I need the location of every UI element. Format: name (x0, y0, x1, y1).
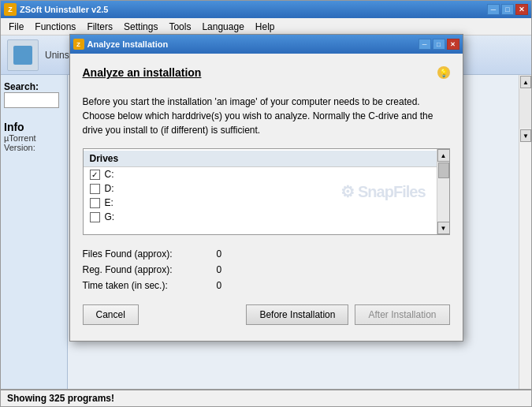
drives-scroll-thumb[interactable] (438, 162, 449, 178)
menu-bar: File Functions Filters Settings Tools La… (1, 18, 531, 35)
stat-reg: Reg. Found (approx): 0 (83, 262, 450, 278)
dialog-main-title: Analyze an installation (83, 66, 202, 79)
after-installation-button[interactable]: After Installation (355, 304, 449, 325)
left-panel: Search: Info µTorrent Version: (1, 75, 68, 389)
drive-c-checkbox[interactable]: ✓ (90, 170, 100, 180)
stat-time-label: Time taken (in sec.): (83, 280, 217, 291)
drive-d-label: D: (105, 183, 114, 194)
drives-list: Drives ✓ C: D: E: G: (84, 149, 437, 234)
menu-file[interactable]: File (4, 20, 28, 34)
before-installation-button[interactable]: Before Installation (246, 304, 348, 325)
dialog-description: Before you start the installation 'an im… (83, 95, 450, 137)
title-controls: ─ □ ✕ (487, 4, 528, 15)
stat-reg-label: Reg. Found (approx): (83, 264, 217, 275)
dialog-controls: ─ □ ✕ (419, 39, 459, 50)
toolbar-icon (7, 39, 39, 71)
title-bar-left: Z ZSoft Uninstaller v2.5 (4, 3, 108, 16)
drive-c-label: C: (105, 169, 114, 180)
drive-d-checkbox[interactable] (90, 184, 100, 194)
drive-g-checkbox[interactable] (90, 212, 100, 222)
menu-help[interactable]: Help (251, 20, 280, 34)
dialog-restore-button[interactable]: □ (433, 39, 445, 50)
info-name: µTorrent (4, 133, 64, 143)
drive-g-label: G: (105, 211, 115, 222)
stat-files-value: 0 (217, 248, 222, 260)
drive-item-g[interactable]: G: (84, 210, 437, 224)
stat-files-label: Files Found (approx): (83, 248, 217, 260)
drives-header: Drives (84, 151, 437, 167)
menu-settings[interactable]: Settings (119, 20, 162, 34)
search-label: Search: (4, 81, 64, 92)
dialog-title: Analyze Installation (87, 39, 169, 49)
app-title: ZSoft Uninstaller v2.5 (20, 5, 108, 14)
minimize-button[interactable]: ─ (487, 4, 500, 15)
dialog-title-left: Z Analyze Installation (73, 39, 169, 50)
hint-icon: 💡 (437, 66, 450, 79)
status-bar: Showing 325 programs! (1, 389, 531, 406)
scroll-up-arrow[interactable]: ▲ (520, 76, 531, 88)
stat-files: Files Found (approx): 0 (83, 246, 450, 262)
drives-container: Drives ✓ C: D: E: G: (83, 148, 450, 235)
scroll-track[interactable] (519, 89, 531, 129)
drives-scroll-up[interactable]: ▲ (437, 149, 450, 162)
drive-item-d[interactable]: D: (84, 181, 437, 196)
app-icon: Z (4, 3, 17, 16)
dialog-app-icon: Z (73, 39, 84, 50)
info-version: Version: (4, 143, 64, 152)
stat-time-value: 0 (217, 280, 222, 291)
restore-button[interactable]: □ (501, 4, 514, 15)
scroll-down-arrow[interactable]: ▼ (520, 129, 531, 142)
drives-scrollbar[interactable]: ▲ ▼ (437, 149, 449, 234)
dialog-footer: Cancel Before Installation After Install… (83, 304, 450, 328)
status-text: Showing 325 programs! (7, 393, 114, 404)
drive-item-e[interactable]: E: (84, 196, 437, 210)
stat-time: Time taken (in sec.): 0 (83, 278, 450, 293)
drive-item-c[interactable]: ✓ C: (84, 167, 437, 181)
analyze-dialog: Z Analyze Installation ─ □ ✕ Analyze an … (69, 34, 463, 342)
dialog-minimize-button[interactable]: ─ (419, 39, 431, 50)
drive-e-checkbox[interactable] (90, 198, 100, 208)
info-section: Info µTorrent Version: (4, 121, 64, 152)
right-scrollbar[interactable]: ▲ ▼ (519, 75, 531, 389)
title-bar: Z ZSoft Uninstaller v2.5 ─ □ ✕ (1, 1, 531, 18)
drives-scroll-down[interactable]: ▼ (437, 222, 450, 234)
search-input[interactable] (4, 92, 59, 108)
stat-reg-value: 0 (217, 264, 222, 275)
menu-functions[interactable]: Functions (30, 20, 80, 34)
info-title: Info (4, 121, 64, 133)
dialog-title-bar: Z Analyze Installation ─ □ ✕ (70, 35, 463, 54)
cancel-button[interactable]: Cancel (83, 304, 139, 325)
drive-e-label: E: (105, 197, 113, 208)
menu-tools[interactable]: Tools (164, 20, 195, 34)
menu-language[interactable]: Language (197, 20, 248, 34)
close-button[interactable]: ✕ (515, 4, 528, 15)
dialog-header-row: Analyze an installation 💡 (83, 66, 450, 87)
dialog-close-button[interactable]: ✕ (447, 39, 459, 50)
dialog-body: Analyze an installation 💡 Before you sta… (70, 54, 463, 341)
menu-filters[interactable]: Filters (82, 20, 117, 34)
stats-section: Files Found (approx): 0 Reg. Found (appr… (83, 246, 450, 293)
action-buttons: Before Installation After Installation (246, 304, 449, 325)
drives-scroll-track[interactable] (437, 162, 449, 222)
